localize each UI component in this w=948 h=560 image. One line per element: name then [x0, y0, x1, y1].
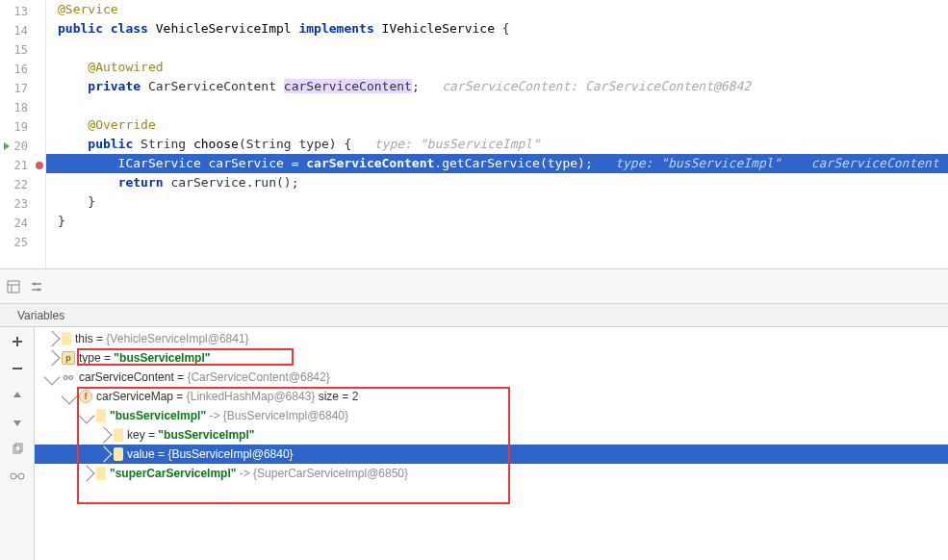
variable-row[interactable]: this = {VehicleServiceImpl@6841} [35, 329, 948, 348]
variable-row[interactable]: "busServiceImpl" -> {BusServiceImpl@6840… [35, 406, 948, 425]
svg-point-6 [38, 288, 40, 291]
variable-row[interactable]: "superCarServiceImpl" -> {SuperCarServic… [35, 464, 948, 483]
variable-row[interactable]: value = {BusServiceImpl@6840} [35, 445, 948, 464]
code-line[interactable]: public class VehicleServiceImpl implemen… [46, 19, 948, 38]
code-line[interactable] [46, 38, 948, 58]
variable-text: type = "busServiceImpl" [79, 348, 210, 368]
code-line[interactable]: @Override [46, 115, 948, 135]
variable-row[interactable]: oocarServiceContent = {CarServiceContent… [35, 368, 948, 387]
copy-icon[interactable] [9, 441, 26, 458]
svg-marker-10 [13, 392, 21, 397]
line-number[interactable]: 23 [0, 194, 45, 214]
svg-rect-13 [15, 444, 22, 451]
code-line[interactable]: @Service [46, 0, 948, 19]
field-icon: f [79, 390, 92, 403]
entry-icon [114, 447, 123, 461]
line-number[interactable]: 24 [0, 214, 45, 233]
variable-text: "busServiceImpl" -> {BusServiceImpl@6840… [110, 406, 348, 425]
entry-icon [96, 467, 106, 480]
svg-point-5 [34, 282, 37, 285]
debug-toolbar [0, 269, 948, 304]
down-icon[interactable] [9, 414, 26, 431]
svg-point-14 [11, 473, 16, 479]
code-line[interactable]: @Autowired [46, 58, 948, 77]
object-icon: oo [62, 370, 75, 384]
svg-point-15 [18, 473, 24, 479]
entry-icon [114, 428, 123, 442]
line-number[interactable]: 21 [0, 156, 45, 175]
code-line[interactable]: private CarServiceContent carServiceCont… [46, 77, 948, 96]
variable-text: key = "busServiceImpl" [127, 425, 254, 445]
line-number[interactable]: 16 [0, 60, 45, 79]
variable-text: this = {VehicleServiceImpl@6841} [75, 329, 249, 348]
entry-icon [62, 332, 71, 345]
debug-panel: Variables this = {VehicleServiceImpl@684… [0, 304, 948, 560]
code-line[interactable]: } [46, 192, 948, 212]
panel-title: Variables [17, 309, 64, 322]
variable-text: carServiceMap = {LinkedHashMap@6843} siz… [96, 387, 358, 406]
code-editor[interactable]: 13141516171819202122232425 @Servicepubli… [0, 0, 948, 269]
line-number[interactable]: 15 [0, 40, 45, 60]
variables-tree[interactable]: this = {VehicleServiceImpl@6841}ptype = … [35, 327, 948, 560]
chevron-right-icon[interactable] [44, 350, 61, 367]
param-icon: p [62, 351, 75, 365]
variables-header: Variables [0, 304, 948, 327]
variable-row[interactable]: key = "busServiceImpl" [35, 425, 948, 445]
add-watch-icon[interactable] [9, 333, 26, 350]
variable-text: carServiceContent = {CarServiceContent@6… [79, 368, 330, 387]
variable-row[interactable]: ptype = "busServiceImpl" [35, 348, 948, 368]
variable-text: "superCarServiceImpl" -> {SuperCarServic… [110, 464, 408, 483]
line-number[interactable]: 20 [0, 137, 45, 156]
line-number[interactable]: 25 [0, 233, 45, 252]
line-number[interactable]: 17 [0, 79, 45, 98]
layout-icon[interactable] [6, 279, 21, 294]
chevron-right-icon[interactable] [79, 466, 95, 482]
remove-watch-icon[interactable] [9, 360, 26, 377]
svg-rect-12 [13, 445, 20, 453]
line-number[interactable]: 19 [0, 117, 45, 137]
code-line[interactable]: } [46, 212, 948, 231]
gutter: 13141516171819202122232425 [0, 0, 46, 268]
debug-side-toolbar [0, 327, 35, 560]
line-number[interactable]: 13 [0, 2, 45, 21]
variable-text: value = {BusServiceImpl@6840} [127, 445, 294, 464]
line-number[interactable]: 18 [0, 98, 45, 117]
code-line[interactable] [46, 96, 948, 115]
code-area[interactable]: @Servicepublic class VehicleServiceImpl … [46, 0, 948, 268]
svg-marker-11 [13, 420, 21, 426]
up-icon[interactable] [9, 387, 26, 404]
chevron-right-icon[interactable] [96, 446, 113, 463]
glasses-icon[interactable] [9, 468, 26, 485]
code-line[interactable] [46, 231, 948, 250]
code-line[interactable]: public String choose(String type) { type… [46, 135, 948, 154]
chevron-down-icon[interactable] [79, 408, 95, 424]
chevron-down-icon[interactable] [62, 389, 78, 405]
svg-rect-0 [8, 281, 19, 293]
chevron-right-icon[interactable] [44, 331, 61, 347]
entry-icon [96, 409, 106, 422]
chevron-down-icon[interactable] [44, 369, 61, 386]
settings-icon[interactable] [29, 279, 44, 294]
variable-row[interactable]: fcarServiceMap = {LinkedHashMap@6843} si… [35, 387, 948, 406]
line-number[interactable]: 22 [0, 175, 45, 194]
chevron-right-icon[interactable] [96, 427, 113, 444]
code-line[interactable]: return carService.run(); [46, 173, 948, 192]
code-line[interactable]: ICarService carService = carServiceConte… [46, 154, 948, 173]
line-number[interactable]: 14 [0, 21, 45, 40]
